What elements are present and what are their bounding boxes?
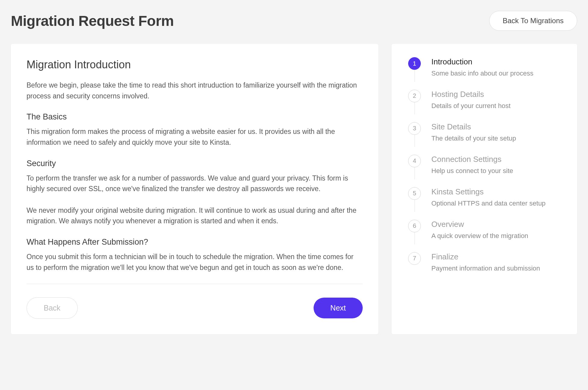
basics-heading: The Basics	[27, 112, 363, 122]
step-number-circle: 6	[408, 220, 421, 232]
step-indicator-column: 3	[406, 122, 423, 147]
section-title: Migration Introduction	[27, 58, 363, 71]
step-item[interactable]: 5Kinsta SettingsOptional HTTPS and data …	[406, 187, 564, 220]
security-body-1: To perform the transfer we ask for a num…	[27, 173, 363, 194]
step-text: FinalizePayment information and submissi…	[423, 252, 564, 273]
step-title: Site Details	[431, 122, 564, 132]
step-description: Payment information and submission	[431, 264, 564, 273]
step-indicator-column: 4	[406, 155, 423, 179]
step-text: Site DetailsThe details of your site set…	[423, 122, 564, 155]
step-title: Overview	[431, 220, 564, 229]
step-title: Connection Settings	[431, 155, 564, 164]
next-button[interactable]: Next	[314, 298, 363, 318]
security-body-2: We never modify your original website du…	[27, 205, 363, 227]
nav-button-row: Back Next	[27, 297, 363, 319]
step-number-circle: 5	[408, 187, 421, 200]
step-connector	[414, 135, 415, 147]
step-item[interactable]: 2Hosting DetailsDetails of your current …	[406, 90, 564, 122]
step-number-circle: 1	[408, 57, 421, 70]
step-connector	[414, 167, 415, 179]
step-connector	[414, 102, 415, 114]
back-to-migrations-button[interactable]: Back To Migrations	[489, 11, 577, 31]
step-connector	[414, 200, 415, 212]
step-number-circle: 4	[408, 155, 421, 167]
step-title: Kinsta Settings	[431, 187, 564, 197]
step-description: A quick overview of the migration	[431, 231, 564, 241]
step-item[interactable]: 4Connection SettingsHelp us connect to y…	[406, 155, 564, 187]
step-text: OverviewA quick overview of the migratio…	[423, 220, 564, 252]
intro-paragraph: Before we begin, please take the time to…	[27, 80, 363, 101]
divider	[27, 284, 363, 284]
step-description: The details of your site setup	[431, 134, 564, 143]
step-connector	[414, 70, 415, 82]
step-description: Help us connect to your site	[431, 166, 564, 176]
step-item[interactable]: 3Site DetailsThe details of your site se…	[406, 122, 564, 155]
step-indicator-column: 2	[406, 90, 423, 114]
page-header: Migration Request Form Back To Migration…	[11, 11, 577, 31]
step-text: Hosting DetailsDetails of your current h…	[423, 90, 564, 122]
step-number-circle: 2	[408, 90, 421, 102]
step-description: Optional HTTPS and data center setup	[431, 199, 564, 208]
page-title: Migration Request Form	[11, 13, 174, 29]
step-description: Details of your current host	[431, 101, 564, 111]
step-item[interactable]: 7FinalizePayment information and submiss…	[406, 252, 564, 273]
step-number-circle: 7	[408, 252, 421, 265]
step-indicator-column: 6	[406, 220, 423, 244]
basics-body: This migration form makes the process of…	[27, 126, 363, 148]
step-title: Hosting Details	[431, 90, 564, 99]
step-item[interactable]: 6OverviewA quick overview of the migrati…	[406, 220, 564, 252]
step-connector	[414, 232, 415, 244]
main-content-card: Migration Introduction Before we begin, …	[11, 44, 378, 334]
back-button[interactable]: Back	[27, 297, 78, 319]
after-body: Once you submit this form a technician w…	[27, 252, 363, 273]
step-description: Some basic info about our process	[431, 69, 564, 78]
after-heading: What Happens After Submission?	[27, 237, 363, 247]
step-text: Kinsta SettingsOptional HTTPS and data c…	[423, 187, 564, 220]
step-item[interactable]: 1IntroductionSome basic info about our p…	[406, 57, 564, 90]
step-title: Introduction	[431, 57, 564, 67]
step-indicator-column: 7	[406, 252, 423, 265]
security-heading: Security	[27, 159, 363, 168]
step-indicator-column: 1	[406, 57, 423, 82]
step-text: IntroductionSome basic info about our pr…	[423, 57, 564, 90]
step-title: Finalize	[431, 252, 564, 262]
step-text: Connection SettingsHelp us connect to yo…	[423, 155, 564, 187]
step-number-circle: 3	[408, 122, 421, 135]
steps-card: 1IntroductionSome basic info about our p…	[392, 44, 577, 334]
step-indicator-column: 5	[406, 187, 423, 212]
